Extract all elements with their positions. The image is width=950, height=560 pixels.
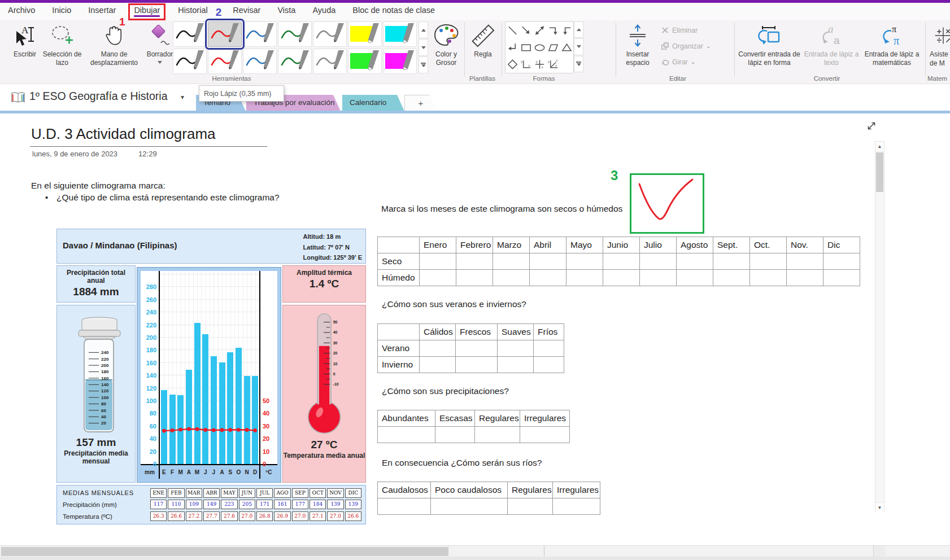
shape-corner-arrow-icon[interactable] xyxy=(506,40,519,55)
drywet-cell-seco-4[interactable] xyxy=(530,253,566,270)
drywet-header-enero[interactable]: Enero xyxy=(420,237,456,253)
arrange-button[interactable]: Organizar⌄ xyxy=(661,42,711,50)
color-thickness-button[interactable]: Color y Grosor xyxy=(430,21,462,67)
drywet-cell-humedo-11[interactable] xyxy=(787,270,823,286)
rivers-header-regulares[interactable]: Regulares xyxy=(508,482,553,498)
shape-line-icon[interactable] xyxy=(506,23,519,38)
drywet-cell-humedo-5[interactable] xyxy=(566,270,603,286)
shapes-scroll-down-icon[interactable] xyxy=(574,38,583,55)
seasons-cell-invierno-3[interactable] xyxy=(498,357,534,373)
drywet-cell-humedo-9[interactable] xyxy=(713,270,750,286)
drywet-cell-seco-11[interactable] xyxy=(787,253,823,270)
pen-tile-1-4[interactable] xyxy=(313,49,347,74)
pen-tile-0-1[interactable] xyxy=(208,21,242,47)
menu-tab-insertar[interactable]: Insertar xyxy=(88,6,116,18)
shape-ellipse-icon[interactable] xyxy=(533,40,546,55)
ruler-button[interactable]: Regla xyxy=(467,21,499,59)
drywet-header-abril[interactable]: Abril xyxy=(530,237,566,253)
drywet-header-febrero[interactable]: Febrero xyxy=(456,237,493,253)
seasons-header-suaves[interactable]: Suaves xyxy=(498,324,534,340)
drywet-cell-seco-9[interactable] xyxy=(713,253,750,270)
pen-tile-0-4[interactable] xyxy=(313,21,347,47)
add-section-tab[interactable]: + xyxy=(404,95,437,111)
panning-hand-button[interactable]: Mano de desplazamiento xyxy=(84,21,145,67)
drywet-row-humedo[interactable]: Húmedo xyxy=(378,270,420,286)
drywet-header-dic[interactable]: Dic xyxy=(823,237,860,253)
precip-answer-cell-1[interactable] xyxy=(435,427,475,443)
shape-corner-arrow-icon[interactable] xyxy=(547,23,560,38)
drywet-cell-humedo-7[interactable] xyxy=(640,270,677,286)
menu-tab-archivo[interactable]: Archivo xyxy=(8,6,35,18)
notebook-title[interactable]: 1º ESO Geografía e Historia xyxy=(29,90,167,103)
drywet-cell-seco-10[interactable] xyxy=(750,253,787,270)
scroll-up-icon[interactable]: ▲ xyxy=(875,142,884,152)
seasons-cell-verano-3[interactable] xyxy=(498,340,534,357)
seasons-cell-invierno-1[interactable] xyxy=(420,357,456,373)
precipitation-table[interactable]: AbundantesEscasasRegularesIrregulares xyxy=(377,410,570,443)
dry-wet-table[interactable]: EneroFebreroMarzoAbrilMayoJunioJulioAgos… xyxy=(377,237,860,286)
seasons-row-verano[interactable]: Verano xyxy=(378,340,420,357)
ink-to-text-button[interactable]: aa Entrada de lápiz a texto xyxy=(803,21,860,67)
rivers-answer-cell-0[interactable] xyxy=(378,498,431,515)
seasons-cell-invierno-4[interactable] xyxy=(534,357,564,373)
vertical-scrollbar[interactable]: ▲ ▼ xyxy=(875,141,884,513)
drywet-header-sept[interactable]: Sept. xyxy=(713,237,750,253)
eraser-button[interactable]: Borrador xyxy=(146,21,174,64)
pen-gallery-more-icon[interactable] xyxy=(419,56,428,73)
shape-axes-icon[interactable]: yx xyxy=(520,57,533,72)
drywet-cell-seco-12[interactable] xyxy=(823,253,860,270)
page-title[interactable]: U.D. 3 Actividad climograma xyxy=(31,125,216,143)
rivers-answer-cell-3[interactable] xyxy=(553,498,600,515)
math-assistant-button[interactable]: Asiste de M xyxy=(930,21,950,68)
shapes-scroll-up-icon[interactable] xyxy=(574,21,583,38)
type-text-button[interactable]: A Escribir xyxy=(8,21,42,59)
drywet-row-seco[interactable]: Seco xyxy=(378,253,420,270)
rotate-button[interactable]: Girar⌄ xyxy=(661,58,695,66)
shape-parallelogram-icon[interactable] xyxy=(547,40,560,55)
menu-tab-revisar[interactable]: Revisar xyxy=(233,6,260,18)
shape-triangle-icon[interactable] xyxy=(560,40,573,55)
highlighter-tile-1-6[interactable] xyxy=(383,49,417,74)
seasons-cell-verano-4[interactable] xyxy=(534,340,564,357)
drywet-cell-humedo-4[interactable] xyxy=(530,270,566,286)
pen-tile-1-1[interactable] xyxy=(208,49,242,74)
climogram-image[interactable]: Davao / Mindanao (Filipinas) Altitud: 18… xyxy=(56,229,366,483)
seasons-header-calidos[interactable]: Cálidos xyxy=(420,324,456,340)
drywet-cell-seco-6[interactable] xyxy=(603,253,640,270)
menu-tab-vista[interactable]: Vista xyxy=(277,6,295,18)
precip-answer-cell-2[interactable] xyxy=(475,427,520,443)
pen-tile-1-0[interactable] xyxy=(173,49,207,74)
seasons-header-blank[interactable] xyxy=(378,324,420,340)
drywet-cell-seco-2[interactable] xyxy=(456,253,493,270)
rivers-header-poco-caudalosos[interactable]: Poco caudalosos xyxy=(431,482,508,498)
pen-tile-1-3[interactable] xyxy=(278,49,312,74)
drywet-header-oct[interactable]: Oct. xyxy=(750,237,787,253)
ink-to-shape-button[interactable]: Convertir entrada de lápiz en forma xyxy=(738,21,801,67)
shape-arrow-icon[interactable] xyxy=(520,23,533,38)
shape-rectangle-icon[interactable] xyxy=(520,40,533,55)
precip-answer-cell-0[interactable] xyxy=(378,427,435,443)
eraser-dropdown-icon[interactable] xyxy=(158,61,162,64)
drywet-cell-seco-7[interactable] xyxy=(640,253,677,270)
pen-tile-0-2[interactable] xyxy=(243,21,277,47)
drywet-cell-humedo-8[interactable] xyxy=(677,270,713,286)
drywet-header-junio[interactable]: Junio xyxy=(603,237,640,253)
pen-scroll-up-icon[interactable] xyxy=(419,21,428,38)
shapes-gallery-more-icon[interactable] xyxy=(574,56,583,72)
drywet-header-marzo[interactable]: Marzo xyxy=(493,237,530,253)
highlighter-tile-1-5[interactable] xyxy=(348,49,382,74)
shape-axes-cross-icon[interactable]: yx xyxy=(533,57,546,72)
pen-tile-0-3[interactable] xyxy=(278,21,312,47)
seasons-cell-verano-1[interactable] xyxy=(420,340,456,357)
scroll-down-icon[interactable]: ▼ xyxy=(875,502,884,513)
notebook-dropdown-icon[interactable]: ▾ xyxy=(181,93,184,101)
drywet-cell-seco-1[interactable] xyxy=(420,253,456,270)
precip-header-abundantes[interactable]: Abundantes xyxy=(378,410,435,427)
shape-corner-arrow-icon[interactable] xyxy=(560,23,573,38)
shape-diamond-icon[interactable] xyxy=(506,57,519,72)
drywet-cell-humedo-12[interactable] xyxy=(823,270,860,286)
highlighter-tile-0-5[interactable] xyxy=(348,21,382,47)
rivers-answer-cell-1[interactable] xyxy=(431,498,508,515)
pen-tile-0-0[interactable] xyxy=(173,21,207,47)
expand-page-icon[interactable] xyxy=(866,120,877,132)
